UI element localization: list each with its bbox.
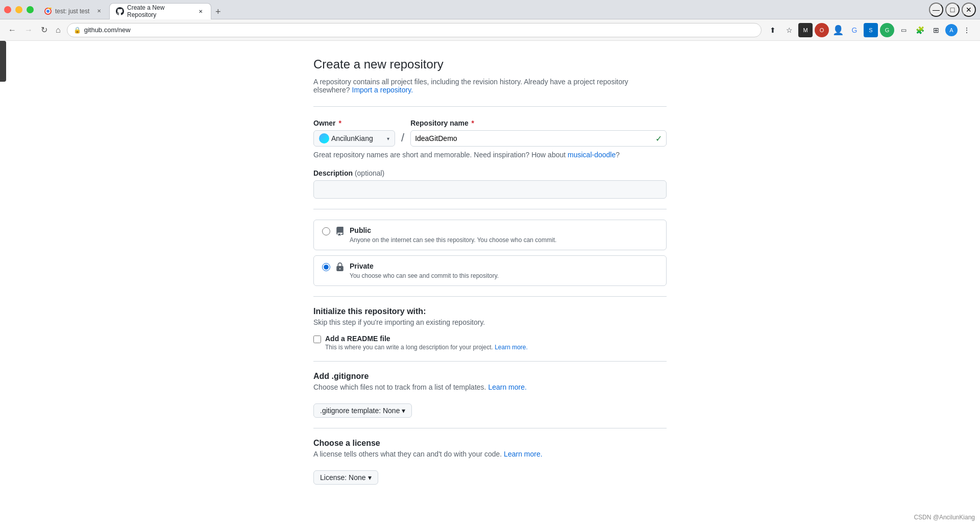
reload-button[interactable]: ↻ [39, 23, 50, 37]
window-min-btn[interactable]: — [929, 3, 943, 17]
sidebar-handle[interactable] [0, 41, 6, 82]
visibility-divider [313, 209, 667, 209]
lock-icon: 🔒 [74, 27, 81, 34]
private-content: Private You choose who can see and commi… [350, 262, 658, 279]
bookmark-icon[interactable]: ☆ [782, 23, 796, 37]
private-icon [335, 262, 345, 274]
forward-button[interactable]: → [22, 23, 35, 37]
window-x-btn[interactable]: ✕ [962, 3, 976, 17]
private-radio[interactable] [322, 263, 330, 271]
window-minimize-button[interactable] [15, 6, 22, 13]
gitignore-template-btn[interactable]: .gitignore template: None ▾ [313, 403, 412, 418]
owner-chevron-icon: ▾ [387, 136, 389, 141]
owner-select[interactable]: AncilunKiang ▾ [313, 130, 395, 147]
page-subtitle: A repository contains all project files,… [313, 78, 667, 94]
tab-1[interactable]: test: just test ✕ [38, 3, 109, 19]
initialize-section: Initialize this repository with: Skip th… [313, 307, 667, 351]
license-desc: A license tells others what they can and… [313, 450, 667, 458]
license-btn[interactable]: License: None ▾ [313, 470, 378, 485]
tab-2-title: Create a New Repository [127, 4, 193, 18]
description-group: Description (optional) [313, 169, 667, 199]
page-title: Create a new repository [313, 57, 667, 71]
profile-icon[interactable]: A [945, 24, 958, 36]
public-desc: Anyone on the internet can see this repo… [350, 236, 556, 244]
window-maximize-button[interactable] [27, 6, 34, 13]
browser-chrome: test: just test ✕ Create a New Repositor… [0, 0, 980, 19]
public-radio[interactable] [322, 227, 330, 235]
readme-content: Add a README file This is where you can … [325, 334, 528, 351]
public-label: Public [350, 226, 658, 234]
window-controls [4, 6, 34, 13]
owner-label: Owner * [313, 119, 395, 127]
init-divider [313, 296, 667, 297]
repo-name-input-wrapper: ✓ [410, 130, 667, 147]
license-divider [313, 428, 667, 428]
extension-3-icon[interactable]: 👤 [831, 23, 845, 37]
top-divider [313, 106, 667, 107]
public-icon [335, 227, 345, 238]
slash-separator: / [399, 131, 406, 145]
browser-toolbar-icons: ⬆ ☆ M O 👤 G S G ▭ 🧩 ⊞ A ⋮ [766, 23, 974, 37]
back-button[interactable]: ← [6, 23, 18, 37]
owner-name: AncilunKiang [331, 134, 385, 142]
license-title: Choose a license [313, 439, 667, 448]
gitignore-chevron-icon: ▾ [402, 407, 405, 415]
extension-7-icon[interactable]: ▭ [896, 23, 911, 37]
suggestion-link[interactable]: musical-doodle [568, 151, 616, 159]
owner-required: * [338, 119, 341, 127]
public-option[interactable]: Public Anyone on the internet can see th… [313, 220, 667, 250]
sidebar-icon[interactable]: ⊞ [929, 23, 943, 37]
url-text: github.com/new [84, 26, 131, 34]
license-section: Choose a license A license tells others … [313, 439, 667, 485]
github-tab-icon [116, 7, 124, 15]
home-button[interactable]: ⌂ [54, 23, 63, 37]
readme-learn-more-link[interactable]: Learn more. [495, 344, 528, 351]
valid-check-icon: ✓ [655, 134, 662, 144]
owner-avatar [319, 133, 329, 144]
init-title: Initialize this repository with: [313, 307, 667, 316]
extension-2-icon[interactable]: O [815, 23, 829, 37]
extension-8-icon[interactable]: 🧩 [913, 23, 927, 37]
readme-checkbox[interactable] [313, 336, 321, 343]
import-link[interactable]: Import a repository. [352, 86, 413, 94]
tab-1-title: test: just test [55, 8, 89, 15]
extension-1-icon[interactable]: M [798, 23, 813, 37]
description-input[interactable] [313, 180, 667, 199]
more-icon[interactable]: ⋮ [960, 23, 974, 37]
owner-group: Owner * AncilunKiang ▾ [313, 119, 395, 147]
page-content: Create a new repository A repository con… [301, 41, 679, 501]
navigation-bar: ← → ↻ ⌂ 🔒 github.com/new ⬆ ☆ M O 👤 G S G… [0, 19, 980, 41]
tabs-bar: test: just test ✕ Create a New Repositor… [38, 0, 925, 19]
suggestion-text: Great repository names are short and mem… [313, 151, 667, 159]
readme-desc: This is where you can write a long descr… [325, 344, 528, 351]
extension-6-icon[interactable]: G [880, 23, 894, 37]
repo-name-group: Repository name * ✓ [410, 119, 667, 147]
window-restore-btn[interactable]: □ [945, 3, 960, 17]
gitignore-learn-more-link[interactable]: Learn more. [488, 383, 526, 391]
gitignore-desc: Choose which files not to track from a l… [313, 383, 667, 391]
address-bar[interactable]: 🔒 github.com/new [67, 23, 762, 37]
visibility-group: Public Anyone on the internet can see th… [313, 220, 667, 286]
tab-2[interactable]: Create a New Repository ✕ [109, 3, 211, 19]
g-browser-icon [44, 7, 52, 15]
repo-name-label: Repository name * [410, 119, 667, 127]
svg-point-2 [46, 10, 50, 13]
extension-4-icon[interactable]: G [847, 23, 862, 37]
share-icon[interactable]: ⬆ [766, 23, 780, 37]
gitignore-title: Add .gitignore [313, 372, 667, 381]
private-desc: You choose who can see and commit to thi… [350, 272, 499, 279]
extension-5-icon[interactable]: S [864, 23, 878, 37]
owner-repo-row: Owner * AncilunKiang ▾ / Repository name… [313, 119, 667, 147]
gitignore-section: Add .gitignore Choose which files not to… [313, 372, 667, 418]
description-label: Description (optional) [313, 169, 667, 177]
tab-1-close[interactable]: ✕ [95, 7, 103, 15]
tab-2-close[interactable]: ✕ [197, 7, 205, 15]
repo-name-input[interactable] [415, 134, 652, 142]
license-chevron-icon: ▾ [368, 473, 372, 482]
readme-row: Add a README file This is where you can … [313, 334, 667, 351]
window-close-button[interactable] [4, 6, 11, 13]
license-learn-more-link[interactable]: Learn more. [504, 450, 542, 458]
new-tab-button[interactable]: + [211, 5, 225, 19]
private-option[interactable]: Private You choose who can see and commi… [313, 255, 667, 286]
init-subtitle: Skip this step if you're importing an ex… [313, 318, 667, 326]
